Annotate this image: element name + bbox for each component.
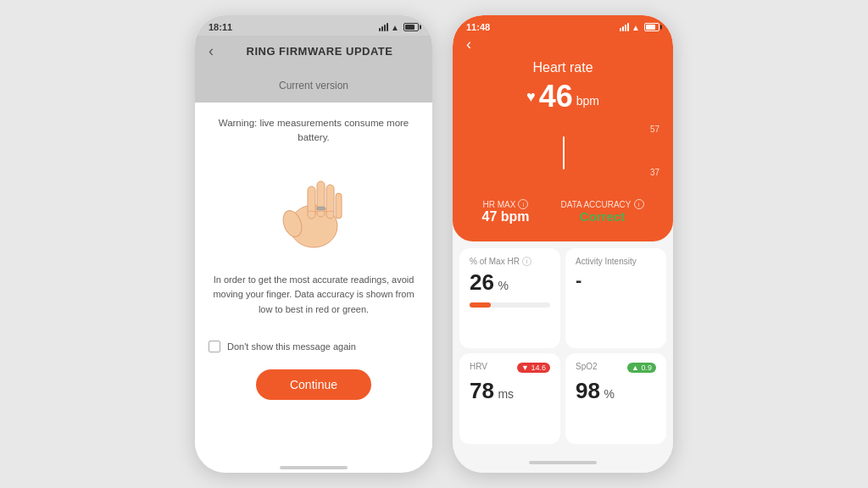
bpm-value: 46 [539, 79, 573, 114]
continue-button[interactable]: Continue [256, 369, 371, 400]
chart-high-label: 57 [650, 125, 659, 134]
bpm-display: ♥ 46 bpm [453, 79, 673, 114]
heart-rate-section: 11:48 ▲ ‹ [453, 15, 673, 241]
activity-intensity-label: Activity Intensity [576, 257, 656, 266]
hr-max-label: HR MAX i [482, 199, 530, 209]
pct-max-hr-card: % of Max HR i 26 % [459, 248, 560, 348]
right-phone: 11:48 ▲ ‹ [453, 15, 673, 473]
svg-rect-1 [308, 186, 315, 219]
spo2-value: 98 [576, 378, 600, 403]
left-status-icons: ▲ [379, 23, 419, 32]
left-status-bar: 18:11 ▲ [195, 15, 432, 36]
firmware-card: Warning: live measurements consume more … [195, 103, 432, 459]
wifi-icon: ▲ [632, 23, 640, 32]
page-title: RING FIRMWARE UPDATE [220, 45, 419, 58]
instruction-text: In order to get the most accurate readin… [209, 273, 419, 318]
heart-rate-chart: 57 37 [466, 125, 659, 192]
current-version-area: Current version [195, 70, 432, 103]
wifi-icon: ▲ [391, 23, 399, 32]
chart-spike [563, 136, 565, 169]
hrv-card: HRV ▼ 14.6 78 ms [459, 353, 560, 445]
heart-rate-title: Heart rate [453, 60, 673, 75]
hr-max-stat: HR MAX i 47 bpm [482, 199, 530, 225]
svg-rect-3 [326, 185, 334, 219]
hrv-value: 78 [470, 378, 494, 403]
activity-intensity-value: - [576, 269, 656, 291]
data-accuracy-value: Correct [561, 209, 644, 224]
hrv-badge: ▼ 14.6 [517, 363, 550, 373]
hrv-value-row: 78 ms [470, 378, 550, 404]
current-version-label: Current version [279, 80, 348, 92]
right-time: 11:48 [466, 22, 490, 32]
svg-rect-4 [336, 193, 342, 219]
home-bar [529, 461, 597, 464]
battery-icon [403, 23, 419, 31]
left-time: 18:11 [209, 22, 232, 32]
pct-value-row: 26 % [470, 269, 550, 296]
main-container: 18:11 ▲ ‹ RING FIRMWARE UPDATE Curren [0, 0, 868, 488]
hr-stats: HR MAX i 47 bpm DATA ACCURACY i Correct [453, 192, 673, 228]
battery-icon [644, 23, 659, 31]
pct-value: 26 [470, 269, 494, 295]
progress-bar [470, 302, 550, 308]
spo2-unit: % [604, 387, 614, 401]
signal-icon [620, 23, 629, 31]
dont-show-label: Don't show this message again [227, 341, 356, 352]
dont-show-checkbox[interactable] [209, 341, 220, 352]
spo2-label-row: SpO2 ▲ 0.9 [576, 362, 656, 374]
data-accuracy-info-icon[interactable]: i [634, 199, 644, 209]
data-accuracy-stat: DATA ACCURACY i Correct [561, 199, 644, 225]
back-button[interactable]: ‹ [209, 42, 214, 60]
dont-show-row: Don't show this message again [209, 341, 419, 352]
signal-icon [379, 23, 388, 31]
activity-intensity-card: Activity Intensity - [565, 248, 666, 348]
spo2-value-row: 98 % [576, 378, 656, 404]
heart-icon: ♥ [526, 88, 536, 106]
left-header: ‹ RING FIRMWARE UPDATE [195, 36, 432, 70]
pct-max-hr-label: % of Max HR i [470, 257, 550, 266]
progress-fill [470, 302, 491, 308]
bpm-unit: bpm [576, 94, 599, 108]
spo2-card: SpO2 ▲ 0.9 98 % [565, 353, 666, 445]
right-back-button[interactable]: ‹ [466, 36, 471, 53]
chart-line: 57 37 [466, 125, 659, 184]
hr-max-info-icon[interactable]: i [518, 199, 528, 209]
pct-info-icon[interactable]: i [522, 257, 531, 266]
hrv-unit: ms [498, 387, 514, 401]
spo2-badge: ▲ 0.9 [627, 363, 656, 373]
metrics-grid: % of Max HR i 26 % Activity Intensity - [453, 241, 673, 451]
right-header: ‹ [453, 36, 673, 57]
spo2-label: SpO2 [576, 362, 598, 371]
right-status-bar: 11:48 ▲ [453, 15, 673, 36]
hrv-label-row: HRV ▼ 14.6 [470, 362, 550, 374]
right-home-indicator [453, 451, 673, 473]
right-status-icons: ▲ [620, 23, 659, 32]
left-phone: 18:11 ▲ ‹ RING FIRMWARE UPDATE Curren [195, 15, 432, 473]
warning-text: Warning: live measurements consume more … [209, 116, 419, 146]
chart-low-label: 37 [650, 168, 659, 177]
hr-max-value: 47 bpm [482, 209, 530, 225]
hrv-label: HRV [470, 362, 487, 371]
hand-illustration [275, 163, 352, 256]
svg-rect-6 [317, 207, 325, 210]
data-accuracy-label: DATA ACCURACY i [561, 199, 644, 209]
pct-unit: % [498, 279, 508, 292]
home-indicator [280, 466, 348, 469]
heart-rate-header: Heart rate ♥ 46 bpm [453, 57, 673, 125]
